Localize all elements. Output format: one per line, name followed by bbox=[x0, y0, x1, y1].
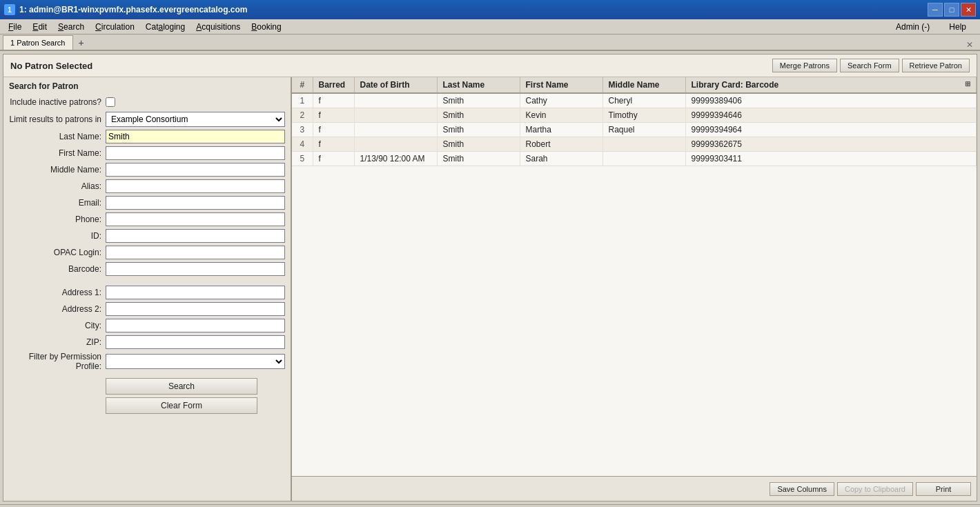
results-table: # Barred Date of Birth Last Name First N… bbox=[292, 77, 977, 166]
cell-dob bbox=[354, 137, 437, 152]
alias-input[interactable] bbox=[106, 179, 285, 193]
expand-columns-icon[interactable]: ⊞ bbox=[965, 80, 970, 88]
firstname-input[interactable] bbox=[106, 146, 285, 160]
barcode-label: Barcode: bbox=[9, 264, 106, 274]
cell-dob bbox=[354, 108, 437, 123]
save-columns-button[interactable]: Save Columns bbox=[770, 482, 834, 496]
address2-input[interactable] bbox=[106, 302, 285, 316]
table-row[interactable]: 4 f Smith Robert 99999362675 bbox=[292, 137, 977, 152]
middlename-label: Middle Name: bbox=[9, 165, 106, 175]
menu-acquisitions[interactable]: Acquisitions bbox=[190, 21, 246, 33]
menu-edit[interactable]: Edit bbox=[27, 21, 52, 33]
form-row-opac: OPAC Login: bbox=[3, 244, 291, 261]
form-row-lastname: Last Name: bbox=[3, 128, 291, 145]
cell-firstname: Sarah bbox=[520, 152, 602, 166]
cell-num: 4 bbox=[292, 137, 313, 152]
permission-label: Filter by Permission Profile: bbox=[9, 352, 106, 371]
retrieve-patron-button[interactable]: Retrieve Patron bbox=[902, 59, 970, 72]
results-table-wrap: # Barred Date of Birth Last Name First N… bbox=[292, 77, 977, 476]
cell-barred: f bbox=[313, 123, 354, 137]
cell-num: 2 bbox=[292, 108, 313, 123]
search-button[interactable]: Search bbox=[106, 378, 257, 395]
cell-firstname: Robert bbox=[520, 137, 602, 152]
merge-patrons-button[interactable]: Merge Patrons bbox=[772, 59, 837, 72]
cell-barcode: 99999394964 bbox=[685, 123, 977, 137]
form-row-id: ID: bbox=[3, 228, 291, 244]
address1-input[interactable] bbox=[106, 286, 285, 299]
phone-input[interactable] bbox=[106, 212, 285, 226]
cell-barcode: 99999362675 bbox=[685, 137, 977, 152]
print-button[interactable]: Print bbox=[916, 482, 971, 496]
form-row-middlename: Middle Name: bbox=[3, 161, 291, 178]
table-header-row: # Barred Date of Birth Last Name First N… bbox=[292, 77, 977, 93]
cell-barred: f bbox=[313, 93, 354, 108]
restore-button[interactable]: □ bbox=[944, 3, 959, 17]
form-buttons: Search Clear Form bbox=[3, 372, 291, 419]
barcode-input[interactable] bbox=[106, 262, 285, 276]
cell-middle: Raquel bbox=[602, 123, 685, 137]
id-input[interactable] bbox=[106, 229, 285, 243]
menu-file[interactable]: File bbox=[3, 21, 27, 33]
city-input[interactable] bbox=[106, 319, 285, 332]
cell-middle bbox=[602, 137, 685, 152]
zip-input[interactable] bbox=[106, 335, 285, 349]
cell-lastname: Smith bbox=[437, 137, 520, 152]
search-panel: Search for Patron Include inactive patro… bbox=[3, 77, 292, 501]
tab-label: 1 Patron Search bbox=[10, 39, 66, 47]
table-row[interactable]: 5 f 1/13/90 12:00 AM Smith Sarah 9999930… bbox=[292, 152, 977, 166]
col-header-num[interactable]: # bbox=[292, 77, 313, 93]
lastname-input[interactable] bbox=[106, 130, 285, 143]
form-row-city: City: bbox=[3, 317, 291, 334]
form-row-address2: Address 2: bbox=[3, 301, 291, 317]
table-row[interactable]: 1 f Smith Cathy Cheryl 99999389406 bbox=[292, 93, 977, 108]
cell-dob bbox=[354, 93, 437, 108]
close-button[interactable]: ✕ bbox=[961, 3, 976, 17]
phone-label: Phone: bbox=[9, 215, 106, 224]
limit-select[interactable]: Example Consortium bbox=[106, 112, 285, 127]
results-panel: # Barred Date of Birth Last Name First N… bbox=[292, 77, 977, 501]
admin-menu[interactable]: Admin (-) bbox=[890, 21, 935, 33]
col-header-lastname[interactable]: Last Name bbox=[437, 77, 520, 93]
table-row[interactable]: 2 f Smith Kevin Timothy 99999394646 bbox=[292, 108, 977, 123]
menu-booking[interactable]: Booking bbox=[246, 21, 286, 33]
status-bar: ▪▪▪ bbox=[0, 504, 980, 507]
window-close-button[interactable]: ✕ bbox=[966, 40, 977, 50]
help-menu[interactable]: Help bbox=[943, 21, 972, 33]
cell-num: 3 bbox=[292, 123, 313, 137]
col-header-middle[interactable]: Middle Name bbox=[602, 77, 685, 93]
form-row-permission: Filter by Permission Profile: bbox=[3, 350, 291, 372]
col-header-firstname[interactable]: First Name bbox=[520, 77, 602, 93]
opac-input[interactable] bbox=[106, 246, 285, 259]
inactive-label: Include inactive patrons? bbox=[9, 97, 106, 107]
tab-patron-search[interactable]: 1 Patron Search bbox=[3, 35, 73, 50]
col-header-barcode[interactable]: Library Card: Barcode ⊞ bbox=[685, 77, 977, 93]
form-row-zip: ZIP: bbox=[3, 334, 291, 350]
copy-clipboard-button[interactable]: Copy to Clipboard bbox=[837, 482, 913, 496]
permission-select[interactable] bbox=[106, 354, 285, 369]
table-row[interactable]: 3 f Smith Martha Raquel 99999394964 bbox=[292, 123, 977, 137]
inactive-checkbox[interactable] bbox=[106, 97, 115, 107]
new-tab-button[interactable]: + bbox=[75, 36, 88, 50]
title-bar: 1 1: admin@BR1-winxpvmfx.phasefx.evergre… bbox=[0, 0, 980, 19]
form-row-email: Email: bbox=[3, 195, 291, 211]
middlename-input[interactable] bbox=[106, 163, 285, 177]
clear-form-button[interactable]: Clear Form bbox=[106, 397, 257, 414]
search-panel-title: Search for Patron bbox=[3, 77, 291, 94]
opac-label: OPAC Login: bbox=[9, 248, 106, 257]
minimize-button[interactable]: ─ bbox=[928, 3, 943, 17]
search-form-button[interactable]: Search Form bbox=[840, 59, 899, 72]
title-bar-controls: ─ □ ✕ bbox=[928, 3, 976, 17]
tab-bar: 1 Patron Search + ✕ bbox=[0, 34, 980, 51]
menu-circulation[interactable]: Circulation bbox=[90, 21, 140, 33]
cell-barcode: 99999389406 bbox=[685, 93, 977, 108]
city-label: City: bbox=[9, 321, 106, 330]
menu-cataloging[interactable]: Cataloging bbox=[140, 21, 190, 33]
menu-search[interactable]: Search bbox=[52, 21, 90, 33]
form-row-barcode: Barcode: bbox=[3, 261, 291, 277]
cell-lastname: Smith bbox=[437, 108, 520, 123]
col-header-dob[interactable]: Date of Birth bbox=[354, 77, 437, 93]
main-content: No Patron Selected Merge Patrons Search … bbox=[3, 54, 977, 501]
form-row-address1: Address 1: bbox=[3, 284, 291, 301]
email-input[interactable] bbox=[106, 196, 285, 210]
col-header-barred[interactable]: Barred bbox=[313, 77, 354, 93]
